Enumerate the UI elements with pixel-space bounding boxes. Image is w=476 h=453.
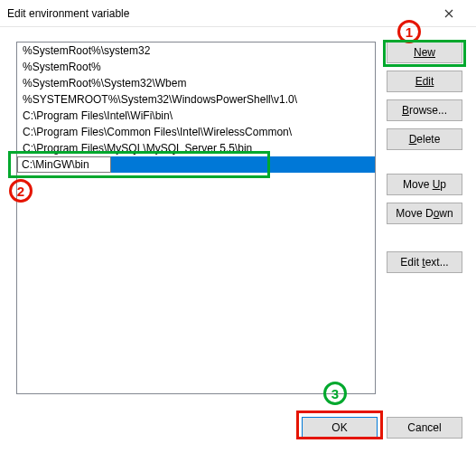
list-item[interactable]: %SystemRoot%\System32\Wbem (17, 75, 375, 91)
list-item[interactable]: C:\Program Files\Common Files\Intel\Wire… (17, 124, 375, 140)
window-title: Edit environment variable (7, 7, 429, 20)
cancel-button[interactable]: Cancel (387, 417, 462, 439)
list-item[interactable]: C:\Program Files\MySQL\MySQL Server 5.5\… (17, 140, 375, 156)
edit-text-label: Edit text... (400, 256, 448, 269)
close-icon (444, 9, 453, 18)
delete-button[interactable]: Delete (387, 128, 462, 150)
window-close-button[interactable] (429, 1, 469, 26)
list-item[interactable]: %SystemRoot%\system32 (17, 42, 375, 59)
list-item[interactable]: C:\Program Files\Intel\WiFi\bin\ (17, 108, 375, 124)
delete-label: Delete (409, 133, 441, 146)
edit-text-button[interactable]: Edit text... (387, 251, 462, 273)
edit-button[interactable]: Edit (387, 71, 462, 92)
move-up-label: Move Up (403, 178, 446, 191)
move-down-button[interactable]: Move Down (387, 203, 462, 224)
browse-label: Browse... (402, 104, 447, 117)
move-down-label: Move Down (396, 207, 453, 220)
new-button[interactable]: New (387, 42, 462, 63)
title-bar: Edit environment variable (0, 0, 476, 27)
browse-button[interactable]: Browse... (387, 99, 462, 121)
path-edit-input[interactable] (17, 156, 111, 173)
list-item[interactable]: %SystemRoot% (17, 59, 375, 75)
path-listbox[interactable]: %SystemRoot%\system32 %SystemRoot% %Syst… (16, 42, 376, 394)
dialog-button-bar: OK Cancel (0, 417, 476, 440)
button-column: New Edit Browse... Delete Move Up Move D… (387, 42, 462, 280)
ok-button[interactable]: OK (302, 417, 378, 439)
list-item[interactable]: %SYSTEMROOT%\System32\WindowsPowerShell\… (17, 91, 375, 108)
move-up-button[interactable]: Move Up (387, 174, 462, 195)
